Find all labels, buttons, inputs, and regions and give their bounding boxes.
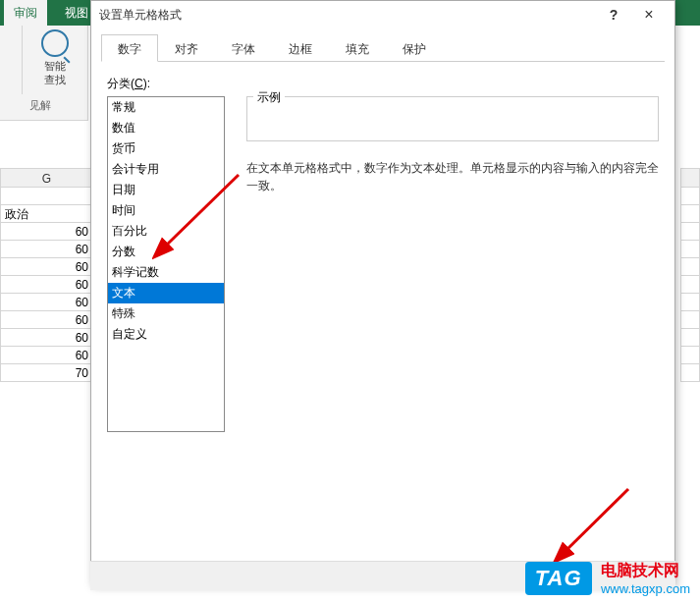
watermark-badge: TAG: [525, 562, 592, 595]
dialog-titlebar: 设置单元格格式 ? ×: [91, 1, 674, 28]
cat-item-special[interactable]: 特殊: [108, 303, 224, 324]
watermark-url: www.tagxp.com: [601, 581, 690, 596]
column-header-right[interactable]: [680, 168, 700, 188]
category-label: 分类(C):: [107, 76, 659, 92]
category-listbox[interactable]: 常规 数值 货币 会计专用 日期 时间 百分比 分数 科学记数 文本 特殊 自定…: [107, 96, 225, 432]
cat-item-custom[interactable]: 自定义: [108, 324, 224, 345]
watermark-cn: 电脑技术网: [601, 561, 690, 581]
tab-number[interactable]: 数字: [101, 34, 158, 62]
cell[interactable]: 60: [0, 311, 93, 329]
tab-border[interactable]: 边框: [272, 34, 329, 61]
format-description: 在文本单元格格式中，数字作为文本处理。单元格显示的内容与输入的内容完全一致。: [246, 159, 659, 194]
cell[interactable]: [680, 258, 700, 276]
sheet-right-edge: [680, 121, 700, 563]
cell-header[interactable]: 政治: [0, 205, 93, 223]
help-button[interactable]: ?: [596, 3, 631, 27]
cell[interactable]: [680, 347, 700, 364]
cell[interactable]: 60: [0, 294, 93, 311]
tab-alignment[interactable]: 对齐: [158, 34, 215, 61]
cell[interactable]: 60: [0, 258, 93, 276]
cell[interactable]: [680, 364, 700, 382]
watermark: TAG 电脑技术网 www.tagxp.com: [525, 561, 690, 596]
column-header[interactable]: G: [0, 168, 93, 188]
cat-item-fraction[interactable]: 分数: [108, 242, 224, 262]
close-button[interactable]: ×: [631, 3, 667, 27]
cat-item-time[interactable]: 时间: [108, 200, 224, 221]
sample-box: 示例: [246, 96, 659, 141]
dialog-body: 分类(C): 常规 数值 货币 会计专用 日期 时间 百分比 分数 科学记数 文…: [91, 62, 674, 446]
cell[interactable]: 70: [0, 364, 93, 382]
sample-label: 示例: [253, 89, 285, 106]
tab-fill[interactable]: 填充: [329, 34, 386, 61]
cell[interactable]: [680, 188, 700, 205]
cell[interactable]: [680, 241, 700, 258]
cell[interactable]: [680, 311, 700, 329]
cat-item-number[interactable]: 数值: [108, 118, 224, 138]
ribbon-group-label: 见解: [29, 98, 51, 113]
smart-lookup-label: 智能 查找: [27, 59, 82, 86]
ribbon-tab-review[interactable]: 审阅: [4, 0, 47, 26]
cell[interactable]: 60: [0, 347, 93, 364]
cell[interactable]: [680, 223, 700, 241]
dialog-title: 设置单元格格式: [99, 7, 596, 24]
tab-protection[interactable]: 保护: [386, 34, 443, 61]
cell[interactable]: [680, 276, 700, 294]
cat-item-accounting[interactable]: 会计专用: [108, 159, 224, 180]
cell[interactable]: [680, 294, 700, 311]
ribbon-divider: [22, 26, 23, 94]
cat-item-percentage[interactable]: 百分比: [108, 221, 224, 242]
smart-lookup-button[interactable]: 智能 查找: [27, 29, 82, 86]
cat-item-general[interactable]: 常规: [108, 97, 224, 118]
dialog-tabs: 数字 对齐 字体 边框 填充 保护: [101, 34, 665, 62]
cell[interactable]: 60: [0, 329, 93, 347]
cell[interactable]: [680, 205, 700, 223]
cell[interactable]: [680, 329, 700, 347]
spreadsheet-area: G 政治 60 60 60 60 60 60 60 60 70: [0, 121, 93, 602]
search-icon: [41, 29, 69, 57]
cell[interactable]: 60: [0, 223, 93, 241]
tab-font[interactable]: 字体: [215, 34, 272, 61]
cat-item-scientific[interactable]: 科学记数: [108, 262, 224, 283]
format-cells-dialog: 设置单元格格式 ? × 数字 对齐 字体 边框 填充 保护 分类(C): 常规 …: [90, 0, 675, 585]
cell[interactable]: 60: [0, 241, 93, 258]
right-pane: 示例 在文本单元格格式中，数字作为文本处理。单元格显示的内容与输入的内容完全一致…: [246, 96, 659, 432]
cat-item-text[interactable]: 文本: [108, 283, 224, 303]
cat-item-date[interactable]: 日期: [108, 180, 224, 200]
cat-item-currency[interactable]: 货币: [108, 138, 224, 159]
cell[interactable]: 60: [0, 276, 93, 294]
